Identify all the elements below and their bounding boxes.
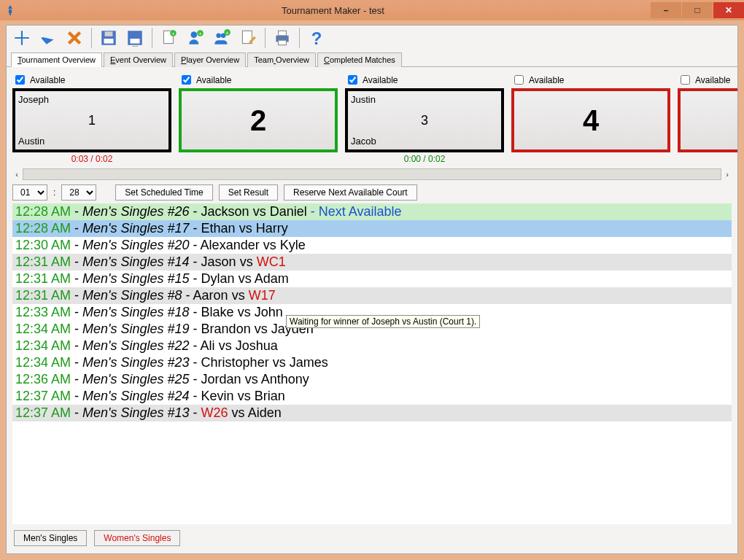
- match-row[interactable]: 12:36 AM - Men's Singles #25 - Jordan vs…: [12, 371, 732, 388]
- new-doc-icon[interactable]: +: [157, 27, 182, 49]
- hour-select[interactable]: 01: [12, 184, 47, 201]
- match-player-b: Daniel: [270, 204, 307, 219]
- match-event: Men's Singles #23: [82, 355, 190, 370]
- controls-row: 01 : 28 Set Scheduled Time Set Result Re…: [7, 184, 737, 203]
- new-icon[interactable]: [9, 27, 34, 49]
- match-player-b: John: [255, 305, 283, 319]
- save-icon[interactable]: [96, 27, 121, 49]
- tab-team-overview[interactable]: Team Overview: [247, 52, 316, 67]
- tab-tournament-overview[interactable]: Tournament Overview: [11, 52, 102, 67]
- close-button[interactable]: ✕: [713, 2, 744, 18]
- match-row[interactable]: 12:34 AM - Men's Singles #22 - Ali vs Jo…: [12, 338, 732, 354]
- match-player-a: Ali: [201, 338, 215, 353]
- match-event: Men's Singles #24: [82, 389, 190, 403]
- match-time: 12:31 AM: [15, 254, 71, 269]
- toolbar-separator: [91, 28, 92, 48]
- match-time: 12:34 AM: [15, 338, 71, 353]
- courts-scrollbar[interactable]: ‹ ›: [11, 168, 733, 180]
- court-time: [511, 152, 670, 166]
- print-icon[interactable]: [270, 27, 295, 49]
- court-box[interactable]: Joseph1Austin: [12, 88, 171, 152]
- save-as-icon[interactable]: …: [123, 27, 147, 49]
- match-player-b: Adam: [255, 271, 289, 286]
- match-player-b: Aiden: [248, 405, 282, 420]
- match-row[interactable]: 12:30 AM - Men's Singles #20 - Alexander…: [12, 237, 732, 254]
- court-time: 0:03 / 0:02: [12, 152, 171, 166]
- match-event: Men's Singles #20: [82, 238, 190, 252]
- match-row[interactable]: 12:34 AM - Men's Singles #23 - Christoph…: [12, 354, 732, 371]
- match-event: Men's Singles #15: [82, 271, 190, 286]
- add-team-icon[interactable]: +: [209, 27, 234, 49]
- svg-text:+: +: [225, 30, 229, 36]
- match-player-a: Ethan: [201, 221, 236, 236]
- titlebar[interactable]: Tournament Maker - test – □ ✕: [0, 0, 744, 20]
- match-row[interactable]: 12:31 AM - Men's Singles #15 - Dylan vs …: [12, 271, 732, 287]
- match-player-a: Jackson: [201, 204, 249, 219]
- available-check[interactable]: [348, 75, 357, 85]
- delete-icon[interactable]: [62, 27, 87, 49]
- court-4: Available4: [511, 73, 670, 166]
- match-player-a: Dylan: [201, 271, 235, 286]
- match-row[interactable]: 12:31 AM - Men's Singles #14 - Jason vs …: [12, 254, 732, 271]
- help-icon[interactable]: ?: [304, 27, 329, 49]
- toolbar-separator: [265, 28, 266, 48]
- match-list[interactable]: 12:28 AM - Men's Singles #26 - Jackson v…: [12, 203, 732, 524]
- minimize-button[interactable]: –: [651, 2, 681, 18]
- time-separator: :: [53, 187, 55, 198]
- open-icon[interactable]: [36, 27, 61, 49]
- tab-completed-matches[interactable]: Completed Matches: [317, 52, 402, 67]
- match-time: 12:34 AM: [15, 322, 71, 336]
- available-checkbox[interactable]: Available: [678, 73, 737, 88]
- match-player-a: Kevin: [201, 389, 234, 403]
- toolbar: …+++?: [7, 26, 737, 49]
- match-row[interactable]: 12:31 AM - Men's Singles #8 - Aaron vs W…: [12, 287, 732, 304]
- court-number: 4: [514, 104, 667, 137]
- svg-text:+: +: [171, 31, 175, 37]
- scroll-track[interactable]: [23, 168, 721, 180]
- match-event: Men's Singles #19: [82, 322, 190, 336]
- match-player-b: WC1: [257, 254, 286, 269]
- tab-event-overview[interactable]: Event Overview: [104, 52, 173, 67]
- category-button-men-s-singles[interactable]: Men's Singles: [14, 530, 87, 546]
- match-row[interactable]: 12:37 AM - Men's Singles #24 - Kevin vs …: [12, 388, 732, 405]
- match-row[interactable]: 12:37 AM - Men's Singles #13 - W26 vs Ai…: [12, 405, 732, 421]
- court-box[interactable]: 2: [179, 88, 338, 152]
- tab-strip: Tournament OverviewEvent OverviewPlayer …: [7, 49, 737, 67]
- add-player-icon[interactable]: +: [183, 27, 208, 49]
- available-check[interactable]: [182, 75, 191, 85]
- match-event: Men's Singles #18: [82, 305, 190, 319]
- minute-select[interactable]: 28: [61, 184, 96, 201]
- svg-rect-19: [279, 40, 287, 45]
- set-scheduled-time-button[interactable]: Set Scheduled Time: [115, 184, 212, 201]
- available-checkbox[interactable]: Available: [12, 73, 171, 88]
- category-buttons: Men's SinglesWomen's Singles: [7, 524, 737, 553]
- court-box[interactable]: 4: [511, 88, 670, 152]
- match-event: Men's Singles #25: [82, 372, 190, 386]
- set-result-button[interactable]: Set Result: [219, 184, 278, 201]
- court-box[interactable]: [678, 88, 737, 152]
- court-3: AvailableJustin3Jacob0:00 / 0:02: [345, 73, 504, 166]
- match-player-a: Blake: [201, 305, 234, 319]
- available-checkbox[interactable]: Available: [345, 73, 504, 88]
- match-row[interactable]: 12:28 AM - Men's Singles #26 - Jackson v…: [12, 203, 732, 220]
- available-checkbox[interactable]: Available: [511, 73, 670, 88]
- available-check[interactable]: [15, 75, 25, 85]
- available-checkbox[interactable]: Available: [179, 73, 338, 88]
- category-button-women-s-singles[interactable]: Women's Singles: [94, 530, 180, 546]
- available-check[interactable]: [681, 75, 690, 85]
- svg-point-12: [216, 34, 221, 39]
- match-player-a: W26: [201, 405, 228, 420]
- tab-player-overview[interactable]: Player Overview: [174, 52, 246, 67]
- toolbar-separator: [152, 28, 152, 48]
- scroll-left-icon[interactable]: ‹: [11, 170, 23, 179]
- edit-doc-icon[interactable]: [236, 27, 260, 49]
- scroll-right-icon[interactable]: ›: [721, 170, 733, 179]
- reserve-court-button[interactable]: Reserve Next Available Court: [284, 184, 417, 201]
- available-check[interactable]: [514, 75, 524, 85]
- player-1: Joseph: [18, 94, 49, 105]
- match-event: Men's Singles #13: [82, 405, 190, 420]
- match-row[interactable]: 12:28 AM - Men's Singles #17 - Ethan vs …: [12, 220, 732, 237]
- maximize-button[interactable]: □: [682, 2, 713, 18]
- court-box[interactable]: Justin3Jacob: [345, 88, 504, 152]
- svg-rect-1: [104, 39, 114, 44]
